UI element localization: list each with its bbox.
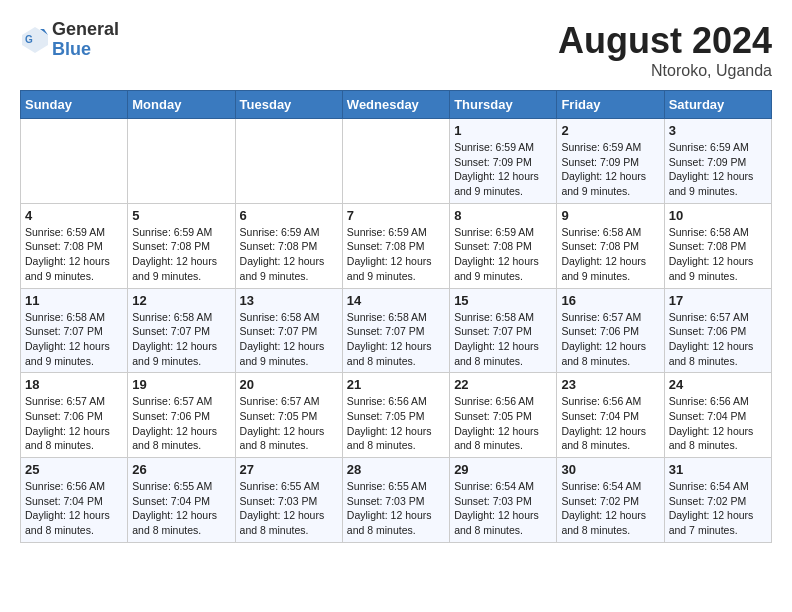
calendar-cell: 23Sunrise: 6:56 AM Sunset: 7:04 PM Dayli… — [557, 373, 664, 458]
calendar-cell: 10Sunrise: 6:58 AM Sunset: 7:08 PM Dayli… — [664, 203, 771, 288]
calendar-cell: 25Sunrise: 6:56 AM Sunset: 7:04 PM Dayli… — [21, 458, 128, 543]
month-year-title: August 2024 — [558, 20, 772, 62]
calendar-week-row: 11Sunrise: 6:58 AM Sunset: 7:07 PM Dayli… — [21, 288, 772, 373]
weekday-header-thursday: Thursday — [450, 91, 557, 119]
day-info: Sunrise: 6:59 AM Sunset: 7:09 PM Dayligh… — [561, 140, 659, 199]
calendar-table: SundayMondayTuesdayWednesdayThursdayFrid… — [20, 90, 772, 543]
day-info: Sunrise: 6:58 AM Sunset: 7:07 PM Dayligh… — [132, 310, 230, 369]
calendar-cell: 22Sunrise: 6:56 AM Sunset: 7:05 PM Dayli… — [450, 373, 557, 458]
calendar-cell: 27Sunrise: 6:55 AM Sunset: 7:03 PM Dayli… — [235, 458, 342, 543]
day-info: Sunrise: 6:59 AM Sunset: 7:08 PM Dayligh… — [132, 225, 230, 284]
day-number: 6 — [240, 208, 338, 223]
day-info: Sunrise: 6:59 AM Sunset: 7:08 PM Dayligh… — [25, 225, 123, 284]
day-number: 3 — [669, 123, 767, 138]
day-info: Sunrise: 6:57 AM Sunset: 7:05 PM Dayligh… — [240, 394, 338, 453]
day-info: Sunrise: 6:59 AM Sunset: 7:08 PM Dayligh… — [347, 225, 445, 284]
day-number: 17 — [669, 293, 767, 308]
day-number: 8 — [454, 208, 552, 223]
day-info: Sunrise: 6:54 AM Sunset: 7:02 PM Dayligh… — [669, 479, 767, 538]
day-number: 5 — [132, 208, 230, 223]
location-text: Ntoroko, Uganda — [558, 62, 772, 80]
day-number: 23 — [561, 377, 659, 392]
day-info: Sunrise: 6:59 AM Sunset: 7:08 PM Dayligh… — [454, 225, 552, 284]
calendar-cell: 13Sunrise: 6:58 AM Sunset: 7:07 PM Dayli… — [235, 288, 342, 373]
calendar-cell: 17Sunrise: 6:57 AM Sunset: 7:06 PM Dayli… — [664, 288, 771, 373]
day-number: 21 — [347, 377, 445, 392]
logo-general-text: General — [52, 20, 119, 40]
calendar-cell: 3Sunrise: 6:59 AM Sunset: 7:09 PM Daylig… — [664, 119, 771, 204]
day-number: 10 — [669, 208, 767, 223]
day-number: 25 — [25, 462, 123, 477]
day-number: 15 — [454, 293, 552, 308]
day-number: 18 — [25, 377, 123, 392]
calendar-cell: 18Sunrise: 6:57 AM Sunset: 7:06 PM Dayli… — [21, 373, 128, 458]
day-number: 30 — [561, 462, 659, 477]
calendar-cell: 5Sunrise: 6:59 AM Sunset: 7:08 PM Daylig… — [128, 203, 235, 288]
day-number: 1 — [454, 123, 552, 138]
logo: G General Blue — [20, 20, 119, 60]
calendar-cell: 21Sunrise: 6:56 AM Sunset: 7:05 PM Dayli… — [342, 373, 449, 458]
calendar-cell: 24Sunrise: 6:56 AM Sunset: 7:04 PM Dayli… — [664, 373, 771, 458]
calendar-cell: 8Sunrise: 6:59 AM Sunset: 7:08 PM Daylig… — [450, 203, 557, 288]
day-info: Sunrise: 6:59 AM Sunset: 7:09 PM Dayligh… — [669, 140, 767, 199]
day-number: 12 — [132, 293, 230, 308]
day-info: Sunrise: 6:57 AM Sunset: 7:06 PM Dayligh… — [132, 394, 230, 453]
day-number: 19 — [132, 377, 230, 392]
weekday-header-monday: Monday — [128, 91, 235, 119]
day-info: Sunrise: 6:58 AM Sunset: 7:07 PM Dayligh… — [25, 310, 123, 369]
day-number: 4 — [25, 208, 123, 223]
day-number: 27 — [240, 462, 338, 477]
title-block: August 2024 Ntoroko, Uganda — [558, 20, 772, 80]
calendar-cell: 7Sunrise: 6:59 AM Sunset: 7:08 PM Daylig… — [342, 203, 449, 288]
calendar-cell — [21, 119, 128, 204]
calendar-cell: 26Sunrise: 6:55 AM Sunset: 7:04 PM Dayli… — [128, 458, 235, 543]
weekday-header-friday: Friday — [557, 91, 664, 119]
day-info: Sunrise: 6:57 AM Sunset: 7:06 PM Dayligh… — [669, 310, 767, 369]
day-info: Sunrise: 6:54 AM Sunset: 7:02 PM Dayligh… — [561, 479, 659, 538]
calendar-cell: 31Sunrise: 6:54 AM Sunset: 7:02 PM Dayli… — [664, 458, 771, 543]
day-number: 11 — [25, 293, 123, 308]
calendar-cell: 9Sunrise: 6:58 AM Sunset: 7:08 PM Daylig… — [557, 203, 664, 288]
calendar-cell: 6Sunrise: 6:59 AM Sunset: 7:08 PM Daylig… — [235, 203, 342, 288]
calendar-cell: 1Sunrise: 6:59 AM Sunset: 7:09 PM Daylig… — [450, 119, 557, 204]
day-info: Sunrise: 6:56 AM Sunset: 7:04 PM Dayligh… — [25, 479, 123, 538]
logo-blue-text: Blue — [52, 40, 119, 60]
weekday-header-saturday: Saturday — [664, 91, 771, 119]
day-info: Sunrise: 6:55 AM Sunset: 7:04 PM Dayligh… — [132, 479, 230, 538]
day-info: Sunrise: 6:58 AM Sunset: 7:08 PM Dayligh… — [669, 225, 767, 284]
day-info: Sunrise: 6:57 AM Sunset: 7:06 PM Dayligh… — [25, 394, 123, 453]
calendar-cell: 12Sunrise: 6:58 AM Sunset: 7:07 PM Dayli… — [128, 288, 235, 373]
calendar-cell: 20Sunrise: 6:57 AM Sunset: 7:05 PM Dayli… — [235, 373, 342, 458]
day-info: Sunrise: 6:59 AM Sunset: 7:08 PM Dayligh… — [240, 225, 338, 284]
day-info: Sunrise: 6:55 AM Sunset: 7:03 PM Dayligh… — [347, 479, 445, 538]
day-number: 9 — [561, 208, 659, 223]
calendar-cell: 28Sunrise: 6:55 AM Sunset: 7:03 PM Dayli… — [342, 458, 449, 543]
calendar-cell: 4Sunrise: 6:59 AM Sunset: 7:08 PM Daylig… — [21, 203, 128, 288]
day-info: Sunrise: 6:55 AM Sunset: 7:03 PM Dayligh… — [240, 479, 338, 538]
weekday-header-sunday: Sunday — [21, 91, 128, 119]
day-info: Sunrise: 6:58 AM Sunset: 7:07 PM Dayligh… — [454, 310, 552, 369]
weekday-header-row: SundayMondayTuesdayWednesdayThursdayFrid… — [21, 91, 772, 119]
calendar-week-row: 18Sunrise: 6:57 AM Sunset: 7:06 PM Dayli… — [21, 373, 772, 458]
day-info: Sunrise: 6:59 AM Sunset: 7:09 PM Dayligh… — [454, 140, 552, 199]
day-number: 26 — [132, 462, 230, 477]
calendar-cell: 14Sunrise: 6:58 AM Sunset: 7:07 PM Dayli… — [342, 288, 449, 373]
calendar-cell — [128, 119, 235, 204]
calendar-cell: 11Sunrise: 6:58 AM Sunset: 7:07 PM Dayli… — [21, 288, 128, 373]
day-info: Sunrise: 6:57 AM Sunset: 7:06 PM Dayligh… — [561, 310, 659, 369]
calendar-week-row: 1Sunrise: 6:59 AM Sunset: 7:09 PM Daylig… — [21, 119, 772, 204]
calendar-week-row: 4Sunrise: 6:59 AM Sunset: 7:08 PM Daylig… — [21, 203, 772, 288]
day-number: 13 — [240, 293, 338, 308]
calendar-cell: 2Sunrise: 6:59 AM Sunset: 7:09 PM Daylig… — [557, 119, 664, 204]
calendar-cell — [342, 119, 449, 204]
day-number: 7 — [347, 208, 445, 223]
day-info: Sunrise: 6:56 AM Sunset: 7:05 PM Dayligh… — [454, 394, 552, 453]
day-number: 2 — [561, 123, 659, 138]
day-info: Sunrise: 6:58 AM Sunset: 7:07 PM Dayligh… — [347, 310, 445, 369]
day-info: Sunrise: 6:58 AM Sunset: 7:07 PM Dayligh… — [240, 310, 338, 369]
day-number: 22 — [454, 377, 552, 392]
day-number: 24 — [669, 377, 767, 392]
weekday-header-wednesday: Wednesday — [342, 91, 449, 119]
calendar-cell: 16Sunrise: 6:57 AM Sunset: 7:06 PM Dayli… — [557, 288, 664, 373]
day-number: 20 — [240, 377, 338, 392]
